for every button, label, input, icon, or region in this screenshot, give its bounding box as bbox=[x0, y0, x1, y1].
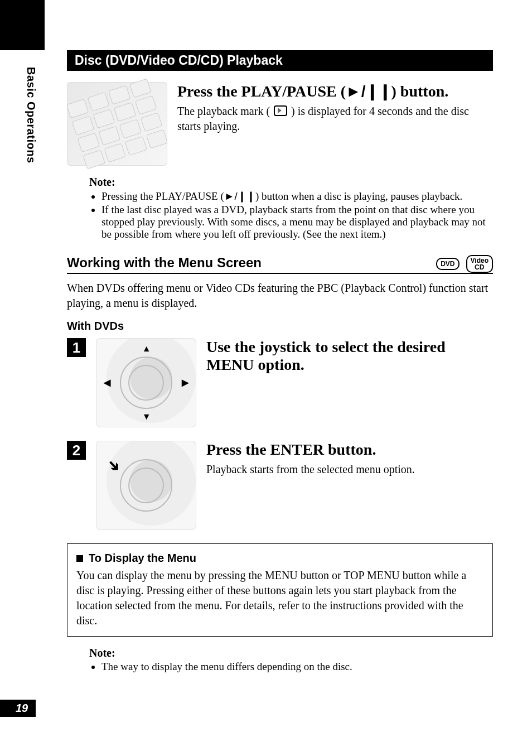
dvd-badge-icon: DVD bbox=[436, 258, 459, 270]
joystick-press-illustration: ➔ bbox=[96, 441, 196, 530]
remote-illustration bbox=[67, 82, 167, 166]
press-arrow-icon: ➔ bbox=[104, 455, 124, 476]
intro-row: Press the PLAY/PAUSE (►/❙❙) button. The … bbox=[67, 82, 493, 166]
step-title: Use the joystick to select the desired M… bbox=[206, 338, 493, 374]
note-label-2: Note: bbox=[89, 647, 493, 659]
page-number: 19 bbox=[0, 700, 36, 717]
menu-intro-paragraph: When DVDs offering menu or Video CDs fea… bbox=[67, 281, 493, 311]
note-label-1: Note: bbox=[89, 176, 493, 189]
step-number-box: 2 bbox=[67, 441, 86, 460]
arrow-right-icon: ▶ bbox=[182, 377, 188, 388]
intro-heading: Press the PLAY/PAUSE (►/❙❙) button. bbox=[177, 82, 493, 100]
step-row: 2 ➔ Press the ENTER button. Playback sta… bbox=[67, 441, 493, 530]
tip-body: You can display the menu by pressing the… bbox=[76, 568, 483, 628]
joystick-illustration: ▲ ▼ ◀ ▶ bbox=[96, 338, 196, 427]
corner-tab bbox=[0, 0, 45, 50]
section-side-label: Basic Operations bbox=[25, 67, 37, 163]
intro-heading-part-b: ) button. bbox=[391, 83, 449, 100]
manual-page: Basic Operations Disc (DVD/Video CD/CD) … bbox=[0, 0, 532, 756]
playback-mark-icon bbox=[274, 105, 287, 116]
note-item-text: If the last disc played was a DVD, playb… bbox=[101, 204, 486, 240]
tip-box: To Display the Menu You can display the … bbox=[67, 543, 493, 637]
vcd-bottom: CD bbox=[475, 264, 484, 271]
arrow-left-icon: ◀ bbox=[104, 377, 110, 388]
intro-heading-part-a: Press the PLAY/PAUSE ( bbox=[177, 83, 346, 100]
section-title-bar: Disc (DVD/Video CD/CD) Playback bbox=[67, 50, 493, 71]
with-dvds-heading: With DVDs bbox=[67, 320, 493, 333]
step-body: Playback starts from the selected menu o… bbox=[206, 462, 493, 477]
step-row: 1 ▲ ▼ ◀ ▶ Use the joystick to select the… bbox=[67, 338, 493, 427]
step-title: Press the ENTER button. bbox=[206, 441, 493, 459]
note-item: If the last disc played was a DVD, playb… bbox=[101, 204, 493, 240]
note-list-1: Pressing the PLAY/PAUSE (►/❙❙) button wh… bbox=[89, 190, 493, 240]
subsection-heading: Working with the Menu Screen bbox=[67, 255, 429, 271]
video-cd-badge-icon: Video CD bbox=[466, 255, 493, 273]
note-list-2: The way to display the menu differs depe… bbox=[89, 661, 493, 673]
arrow-down-icon: ▼ bbox=[142, 412, 151, 422]
note-item: The way to display the menu differs depe… bbox=[101, 661, 493, 673]
note-item: Pressing the PLAY/PAUSE (►/❙❙) button wh… bbox=[101, 190, 493, 203]
note-item-b: ) button when a disc is playing, pauses … bbox=[255, 190, 462, 202]
arrow-up-icon: ▲ bbox=[142, 344, 151, 354]
intro-body-a: The playback mark ( bbox=[177, 105, 270, 117]
play-pause-glyph: ►/❙❙ bbox=[346, 83, 391, 100]
step-number-box: 1 bbox=[67, 338, 86, 357]
play-pause-glyph: ►/❙❙ bbox=[224, 190, 255, 202]
intro-body: The playback mark ( ) is displayed for 4… bbox=[177, 104, 493, 134]
note-item-a: Pressing the PLAY/PAUSE ( bbox=[101, 190, 224, 202]
tip-title: To Display the Menu bbox=[76, 552, 483, 565]
subsection-bar: Working with the Menu Screen DVD Video C… bbox=[67, 255, 493, 274]
